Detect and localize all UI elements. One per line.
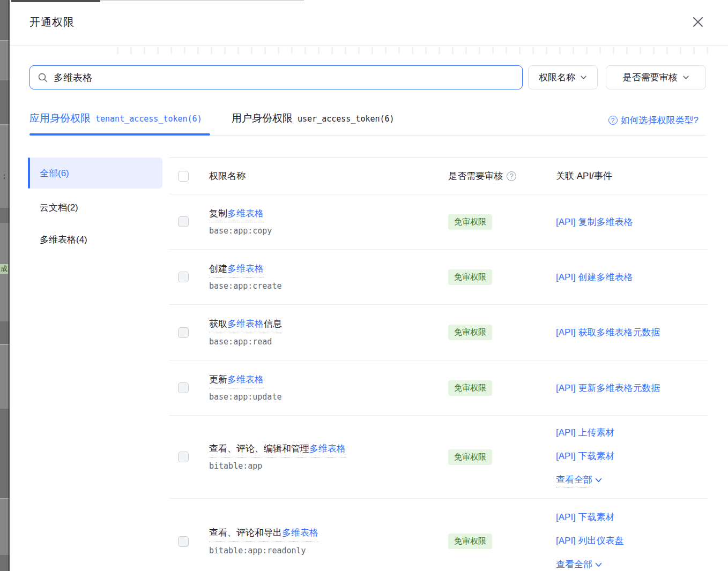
permission-name[interactable]: 复制多维表格 [209,208,264,222]
permission-row: 创建多维表格 base:app:create 免审权限 [API] 创建多维表格 [169,250,708,305]
permission-scope-code: base:app:read [209,337,445,347]
chevron-down-icon [682,74,689,81]
filter-label: 是否需要审核 [623,71,678,84]
review-status-badge: 免审权限 [448,214,492,230]
row-checkbox[interactable] [178,216,189,227]
search-highlight: 多维表格 [227,374,264,385]
background-window-edge [100,0,304,1]
permission-name[interactable]: 获取多维表格信息 [209,318,282,333]
sidebar-item-label: 多维表格(4) [40,234,87,246]
review-status-badge: 免审权限 [448,449,492,465]
tab-label: 用户身份权限 [232,111,293,125]
review-help-icon[interactable]: ? [507,171,516,181]
active-tab-indicator [29,133,210,136]
sidebar-category-item[interactable]: 云文档(2) [28,196,162,219]
sidebar-category-item[interactable]: 多维表格(4) [28,228,162,251]
column-header-review-required: 是否需要审核 [448,170,503,182]
api-link[interactable]: [API] 更新多维表格元数据 [556,382,708,394]
background-window-edge [11,0,100,2]
row-checkbox[interactable] [178,272,189,282]
review-status-badge: 免审权限 [448,380,492,396]
permissions-table: 权限名称 是否需要审核 ? 关联 API/事件 复制多维表格 base:app:… [169,157,708,571]
permission-row: 查看、评论和导出多维表格 bitable:app:readonly 免审权限 [… [169,499,708,571]
related-api-list: [API] 获取多维表格元数据 [556,305,708,360]
dialog-title: 开通权限 [29,15,75,29]
chevron-down-icon [595,562,602,568]
row-checkbox[interactable] [178,536,189,547]
search-highlight: 多维表格 [282,528,318,538]
background-text-fragment: ； [1,171,8,181]
permission-name[interactable]: 查看、评论和导出多维表格 [209,527,318,542]
permission-scope-code: bitable:app:readonly [209,546,445,555]
search-highlight: 多维表格 [227,208,264,219]
row-checkbox[interactable] [178,452,189,462]
grant-permissions-dialog: 开通权限 多维表格 权限名称 是否需要审核 应用身份权限 tenant_acce… [10,0,728,571]
chevron-down-icon [595,478,602,483]
sidebar-item-label: 云文档(2) [40,201,78,214]
background-bleed-marks [117,47,712,54]
search-icon [38,72,48,83]
api-link[interactable]: [API] 复制多维表格 [556,216,708,228]
close-button[interactable] [690,14,706,30]
api-link[interactable]: [API] 下载素材 [556,511,708,523]
category-sidebar: 全部(6) 云文档(2) 多维表格(4) [28,157,162,251]
api-link[interactable]: [API] 创建多维表格 [556,271,708,283]
tab-user-access-token[interactable]: 用户身份权限 user_access_token(6) [232,111,395,125]
help-question-icon: ? [608,116,618,125]
filter-label: 权限名称 [539,71,575,84]
dimmed-background-strip [0,0,10,571]
api-link[interactable]: [API] 列出仪表盘 [556,535,708,547]
background-text-fragment: 成 [0,264,8,274]
permission-name-filter-dropdown[interactable]: 权限名称 [528,65,598,89]
review-status-badge: 免审权限 [448,534,492,549]
search-highlight: 多维表格 [309,444,346,454]
permission-name[interactable]: 查看、评论、编辑和管理多维表格 [209,443,346,457]
view-all-link[interactable]: 查看全部 [556,558,708,571]
column-header-permission-name: 权限名称 [209,170,445,182]
permission-scope-code: base:app:copy [209,226,445,236]
close-icon [691,15,705,29]
table-header-row: 权限名称 是否需要审核 ? 关联 API/事件 [169,158,708,194]
search-highlight: 多维表格 [227,319,264,329]
search-highlight: 多维表格 [227,264,264,274]
related-api-list: [API] 更新多维表格元数据 [556,360,708,415]
row-checkbox[interactable] [178,382,189,393]
permission-row: 更新多维表格 base:app:update 免审权限 [API] 更新多维表格… [169,360,708,416]
help-link-label: 如何选择权限类型? [621,114,699,126]
review-required-filter-dropdown[interactable]: 是否需要审核 [606,65,706,89]
related-api-list: [API] 上传素材[API] 下载素材 查看全部 [556,416,708,498]
related-api-list: [API] 下载素材[API] 列出仪表盘 查看全部 [556,499,708,571]
review-status-badge: 免审权限 [448,269,492,285]
sidebar-category-item[interactable]: 全部(6) [28,157,162,189]
chevron-down-icon [580,74,587,81]
tab-token-label: tenant_access_token(6) [95,114,202,124]
permission-scope-code: base:app:create [209,281,445,291]
permission-scope-code: bitable:app [209,461,445,471]
column-header-related-api: 关联 API/事件 [556,170,708,182]
api-link[interactable]: [API] 获取多维表格元数据 [556,326,708,339]
view-all-link[interactable]: 查看全部 [556,474,708,487]
related-api-list: [API] 创建多维表格 [556,250,708,304]
search-value: 多维表格 [54,71,92,84]
review-status-badge: 免审权限 [448,325,492,340]
related-api-list: [API] 复制多维表格 [556,194,708,249]
permission-name[interactable]: 创建多维表格 [209,263,264,277]
permission-row: 获取多维表格信息 base:app:read 免审权限 [API] 获取多维表格… [169,305,708,360]
tab-token-label: user_access_token(6) [298,114,395,124]
header-divider [10,46,728,46]
tab-label: 应用身份权限 [29,111,91,125]
select-all-checkbox[interactable] [178,171,189,182]
search-input[interactable]: 多维表格 [29,65,523,89]
row-checkbox[interactable] [178,327,189,338]
api-link[interactable]: [API] 下载素材 [556,450,708,462]
api-link[interactable]: [API] 上传素材 [556,426,708,439]
permission-row: 复制多维表格 base:app:copy 免审权限 [API] 复制多维表格 [169,194,708,250]
permission-scope-code: base:app:update [209,392,445,402]
how-to-choose-permission-type-link[interactable]: ? 如何选择权限类型? [608,114,699,126]
permission-name[interactable]: 更新多维表格 [209,374,264,388]
sidebar-item-label: 全部(6) [40,167,69,179]
tab-tenant-access-token[interactable]: 应用身份权限 tenant_access_token(6) [29,111,202,125]
permission-row: 查看、评论、编辑和管理多维表格 bitable:app 免审权限 [API] 上… [169,416,708,499]
